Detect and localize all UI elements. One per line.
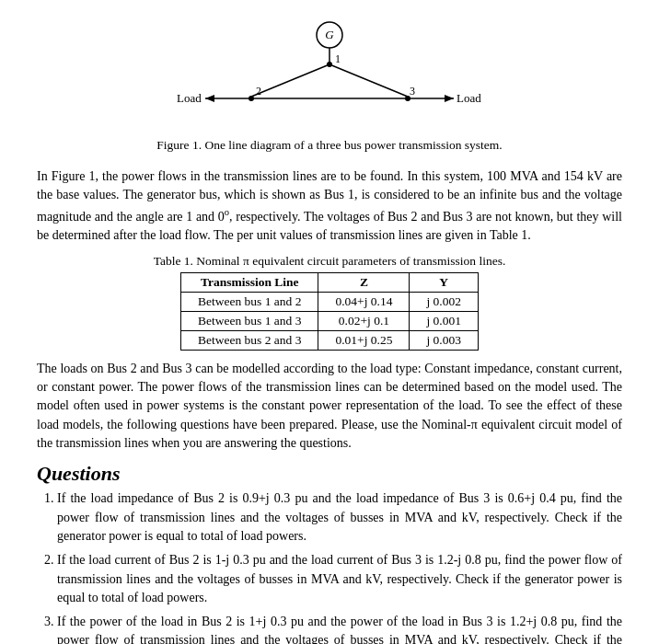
col-header-z: Z xyxy=(318,272,410,292)
power-system-diagram: G 1 2 3 Load Load xyxy=(173,18,486,138)
table-cell-z: 0.02+j 0.1 xyxy=(318,311,410,330)
svg-marker-13 xyxy=(205,95,214,102)
table-row: Between bus 1 and 2 0.04+j 0.14 j 0.002 xyxy=(181,292,479,311)
table-caption: Table 1. Nominal π equivalent circuit pa… xyxy=(154,254,506,269)
col-header-y: Y xyxy=(410,272,479,292)
table-cell-line: Between bus 1 and 3 xyxy=(181,311,318,330)
svg-text:3: 3 xyxy=(410,85,415,98)
list-item: If the power of the load in Bus 2 is 1+j… xyxy=(57,613,622,644)
table-cell-line: Between bus 1 and 2 xyxy=(181,292,318,311)
svg-line-5 xyxy=(251,64,330,97)
transmission-line-table: Transmission Line Z Y Between bus 1 and … xyxy=(180,272,479,351)
col-header-line: Transmission Line xyxy=(181,272,318,292)
svg-marker-16 xyxy=(445,95,454,102)
figure-caption: Figure 1. One line diagram of a three bu… xyxy=(156,138,502,153)
svg-text:Load: Load xyxy=(457,91,481,105)
list-item: If the load current of Bus 2 is 1-j 0.3 … xyxy=(57,551,622,607)
body-paragraph-1: In Figure 1, the power flows in the tran… xyxy=(37,167,622,245)
table-cell-z: 0.01+j 0.25 xyxy=(318,330,410,350)
svg-text:G: G xyxy=(325,28,334,41)
table-cell-z: 0.04+j 0.14 xyxy=(318,292,410,311)
svg-line-6 xyxy=(330,64,408,97)
svg-text:2: 2 xyxy=(256,85,261,98)
table-row: Between bus 2 and 3 0.01+j 0.25 j 0.003 xyxy=(181,330,479,350)
table-cell-y: j 0.003 xyxy=(410,330,479,350)
svg-text:1: 1 xyxy=(335,52,341,65)
svg-text:Load: Load xyxy=(177,91,202,105)
table-cell-y: j 0.002 xyxy=(410,292,479,311)
table-wrapper: Table 1. Nominal π equivalent circuit pa… xyxy=(37,254,622,351)
questions-list: If the load impedance of Bus 2 is 0.9+j … xyxy=(37,489,622,644)
body-paragraph-2: The loads on Bus 2 and Bus 3 can be mode… xyxy=(37,360,622,453)
list-item: If the load impedance of Bus 2 is 0.9+j … xyxy=(57,489,622,546)
questions-heading: Questions xyxy=(37,462,622,486)
table-cell-line: Between bus 2 and 3 xyxy=(181,330,318,350)
diagram-container: G 1 2 3 Load Load Figure 1. One line dia… xyxy=(37,18,622,162)
table-row: Between bus 1 and 3 0.02+j 0.1 j 0.001 xyxy=(181,311,479,330)
table-cell-y: j 0.001 xyxy=(410,311,479,330)
